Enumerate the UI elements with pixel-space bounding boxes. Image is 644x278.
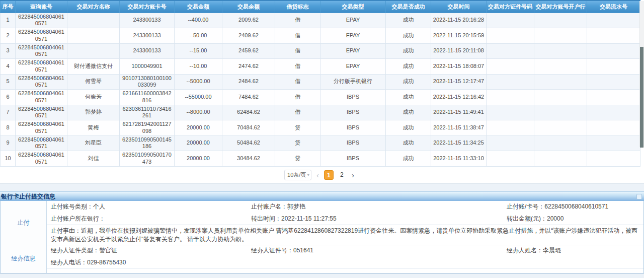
transfer-out-amount: 转出金额(元)：20000 xyxy=(503,215,643,223)
stop-payment-section-title: 银行卡止付提交信息 xyxy=(1,193,55,200)
next-page-button[interactable]: › xyxy=(350,171,356,179)
scrollbar-thumb[interactable] xyxy=(640,47,643,148)
table-cell: 借 xyxy=(275,59,320,75)
column-header: 交易对方名称 xyxy=(67,1,120,13)
table-cell xyxy=(487,120,534,136)
table-cell: 1000049901 xyxy=(120,59,175,75)
table-cell: 20000.00 xyxy=(175,120,222,136)
table-cell: 2022-11-15 11:34:25 xyxy=(431,135,487,151)
table-cell: 贷 xyxy=(275,120,320,136)
table-cell xyxy=(587,43,640,59)
table-cell: --15.00 xyxy=(175,43,222,59)
table-cell: IBPS xyxy=(320,90,386,105)
table-cell: 2022-11-15 20:11:08 xyxy=(431,43,487,59)
table-cell: 借 xyxy=(275,28,320,44)
table-cell xyxy=(587,151,640,167)
table-cell: --10.00 xyxy=(175,59,222,75)
table-cell: 成功 xyxy=(386,13,431,28)
table-cell: IBPS xyxy=(320,105,386,120)
table-cell: 成功 xyxy=(386,120,431,136)
scrollbar-track[interactable] xyxy=(639,1,644,147)
table-cell xyxy=(534,135,587,151)
table-cell xyxy=(534,13,587,28)
column-header: 交易金额 xyxy=(175,1,222,13)
table-cell: 何雪琴 xyxy=(67,74,120,90)
table-cell: --50.00 xyxy=(175,28,222,44)
table-cell xyxy=(534,120,587,136)
prev-page-button[interactable]: ‹ xyxy=(315,171,320,179)
page-2-button[interactable]: 2 xyxy=(337,170,347,180)
column-header: 交易是否成功 xyxy=(386,1,431,13)
screen: 序号查询账号交易对方名称交易对方账卡号交易金额交易余额借贷标志交易类型交易是否成… xyxy=(0,0,644,278)
table-cell: 1 xyxy=(1,13,16,28)
table-cell: IBPS xyxy=(320,120,386,136)
table-cell: 黄梅 xyxy=(67,120,120,136)
table-cell: 6228450068040610571 xyxy=(16,13,67,28)
table-cell xyxy=(534,151,587,167)
table-cell: 50484.62 xyxy=(222,135,275,151)
table-cell xyxy=(587,74,640,90)
table-cell: 6228450068040610571 xyxy=(16,120,67,136)
collapse-icon[interactable] xyxy=(636,194,642,199)
table-cell: 借 xyxy=(275,43,320,59)
table-cell: 9010713080100100033099 xyxy=(120,74,175,90)
table-row: 86228450068040610571黄梅621728194200112709… xyxy=(1,120,640,136)
table-cell: 2484.62 xyxy=(222,74,275,90)
table-cell: 财付通微信支付 xyxy=(67,59,120,75)
table-cell xyxy=(487,105,534,120)
table-row: 76228450068040610571郭梦婷62303611010734162… xyxy=(1,105,640,120)
table-cell: 成功 xyxy=(386,135,431,151)
table-cell xyxy=(534,28,587,44)
panel-footer-strip xyxy=(47,268,643,273)
table-cell xyxy=(534,90,587,105)
table-cell: 2474.62 xyxy=(222,59,275,75)
table-row: 56228450068040610571何雪琴90107130801001000… xyxy=(1,74,640,90)
table-cell xyxy=(487,135,534,151)
officer-cert-number: 经办人证件号：051641 xyxy=(247,246,503,255)
table-cell xyxy=(534,59,587,75)
table-cell xyxy=(587,59,640,75)
table-cell: 2022-11-15 18:08:07 xyxy=(431,59,487,75)
stop-card-number: 止付账/卡号：6228450068040610571 xyxy=(503,202,643,211)
page-size-select[interactable]: 10条/页 ▾ xyxy=(284,170,311,180)
table-cell: --400.00 xyxy=(175,13,222,28)
stop-payment-section-header: 银行卡止付提交信息 xyxy=(0,191,644,201)
table-cell xyxy=(587,120,640,136)
table-cell: --5000.00 xyxy=(175,74,222,90)
stop-payment-reason: 止付事由：近期，我单位在接报刘妮被骗警情中，发现涉案人员利用贵单位相关账户 曹鸿… xyxy=(47,225,643,245)
officer-cert-type: 经办人证件类型：警官证 xyxy=(47,246,247,255)
table-cell: EPAY xyxy=(320,59,386,75)
column-header: 交易流水号 xyxy=(587,1,640,13)
table-row: 26228450068040610571243300133--50.002409… xyxy=(1,28,640,44)
table-cell: 6228450068040610571 xyxy=(16,43,67,59)
table-cell xyxy=(587,13,640,28)
stop-account-bank: 止付账户所在银行： xyxy=(47,215,247,223)
column-header: 交易类型 xyxy=(320,1,386,13)
table-cell xyxy=(487,13,534,28)
table-cell: EPAY xyxy=(320,28,386,44)
table-cell: 9 xyxy=(1,135,16,151)
table-cell xyxy=(67,28,120,44)
column-header: 交易对方账号开户行 xyxy=(534,1,587,13)
table-cell: 70484.62 xyxy=(222,120,275,136)
page-1-button[interactable]: 1 xyxy=(324,170,334,180)
table-row: 66228450068040610571何晓芳62166116000038428… xyxy=(1,90,640,105)
table-cell: 成功 xyxy=(386,151,431,167)
table-cell: 6 xyxy=(1,90,16,105)
column-header: 交易对方账卡号 xyxy=(120,1,175,13)
table-cell: 6228450068040610571 xyxy=(16,135,67,151)
table-cell: 20000.00 xyxy=(175,151,222,167)
table-cell: 243300133 xyxy=(120,13,175,28)
table-cell xyxy=(487,28,534,44)
table-cell: 2022-11-15 11:49:41 xyxy=(431,105,487,120)
table-cell: 6230361101073416261 xyxy=(120,105,175,120)
table-cell xyxy=(534,105,587,120)
table-cell: 成功 xyxy=(386,74,431,90)
table-cell: 成功 xyxy=(386,105,431,120)
column-header: 查询账号 xyxy=(16,1,67,13)
table-cell: 借 xyxy=(275,74,320,90)
table-cell: 成功 xyxy=(386,28,431,44)
table-cell: 郭梦婷 xyxy=(67,105,120,120)
table-cell: --8000.00 xyxy=(175,105,222,120)
transactions-body: 16228450068040610571243300133--400.00200… xyxy=(1,13,640,166)
